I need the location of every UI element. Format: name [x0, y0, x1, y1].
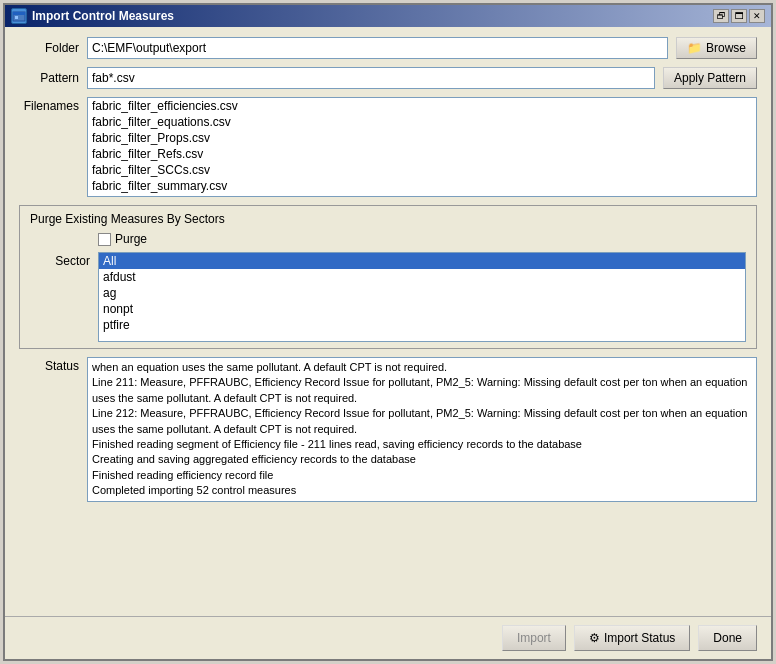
restore-button[interactable]: 🗗 — [713, 9, 729, 23]
status-label: Status — [19, 357, 79, 373]
list-item[interactable]: fabric_filter_Props.csv — [88, 130, 756, 146]
maximize-button[interactable]: 🗖 — [731, 9, 747, 23]
list-item[interactable]: fabric_filter_summary.csv — [88, 178, 756, 194]
status-line: Creating and saving aggregated efficienc… — [92, 452, 752, 467]
import-button[interactable]: Import — [502, 625, 566, 651]
title-controls: 🗗 🗖 ✕ — [713, 9, 765, 23]
browse-icon: 📁 — [687, 41, 702, 55]
folder-input[interactable] — [87, 37, 668, 59]
pattern-row: Pattern Apply Pattern — [19, 67, 757, 89]
sector-label: Sector — [30, 252, 90, 268]
close-button[interactable]: ✕ — [749, 9, 765, 23]
list-item[interactable]: ag — [99, 285, 745, 301]
list-item[interactable]: All — [99, 253, 745, 269]
sector-row: Sector Allafdustagnonptptfire — [30, 252, 746, 342]
title-bar: Import Control Measures 🗗 🗖 ✕ — [5, 5, 771, 27]
pattern-label: Pattern — [19, 71, 79, 85]
status-line: when an equation uses the same pollutant… — [92, 360, 752, 375]
status-line: Completed importing 52 control measures — [92, 483, 752, 498]
svg-rect-2 — [15, 16, 18, 19]
list-item[interactable]: fabric_filter_efficiencies.csv — [88, 98, 756, 114]
title-bar-left: Import Control Measures — [11, 8, 174, 24]
pattern-input[interactable] — [87, 67, 655, 89]
purge-section-title: Purge Existing Measures By Sectors — [30, 212, 746, 226]
footer: Import ⚙ Import Status Done — [5, 616, 771, 659]
done-button[interactable]: Done — [698, 625, 757, 651]
import-status-icon: ⚙ — [589, 631, 600, 645]
filenames-label: Filenames — [19, 97, 79, 113]
import-label: Import — [517, 631, 551, 645]
filenames-listbox[interactable]: fabric_filter_efficiencies.csvfabric_fil… — [87, 97, 757, 197]
status-line: Line 212: Measure, PFFRAUBC, Efficiency … — [92, 406, 752, 437]
main-window: Import Control Measures 🗗 🗖 ✕ Folder 📁 B… — [3, 3, 773, 661]
purge-row: Purge — [98, 232, 746, 246]
status-section: Status when an equation uses the same po… — [19, 357, 757, 606]
list-item[interactable]: nonpt — [99, 301, 745, 317]
list-item[interactable]: afdust — [99, 269, 745, 285]
content-area: Folder 📁 Browse Pattern Apply Pattern Fi… — [5, 27, 771, 616]
import-status-label: Import Status — [604, 631, 675, 645]
done-label: Done — [713, 631, 742, 645]
list-item[interactable]: fabric_filter_SCCs.csv — [88, 162, 756, 178]
status-textbox: when an equation uses the same pollutant… — [87, 357, 757, 502]
list-item[interactable]: fabric_filter_equations.csv — [88, 114, 756, 130]
folder-row: Folder 📁 Browse — [19, 37, 757, 59]
window-title: Import Control Measures — [32, 9, 174, 23]
status-line: Finished reading efficiency record file — [92, 468, 752, 483]
list-item[interactable]: ptfire — [99, 317, 745, 333]
browse-button[interactable]: 📁 Browse — [676, 37, 757, 59]
status-line: Finished reading segment of Efficiency f… — [92, 437, 752, 452]
filenames-row: Filenames fabric_filter_efficiencies.csv… — [19, 97, 757, 197]
apply-pattern-button[interactable]: Apply Pattern — [663, 67, 757, 89]
import-status-button[interactable]: ⚙ Import Status — [574, 625, 690, 651]
window-icon — [11, 8, 27, 24]
apply-pattern-label: Apply Pattern — [674, 71, 746, 85]
folder-label: Folder — [19, 41, 79, 55]
purge-section: Purge Existing Measures By Sectors Purge… — [19, 205, 757, 349]
svg-rect-1 — [13, 12, 25, 15]
status-line: Line 211: Measure, PFFRAUBC, Efficiency … — [92, 375, 752, 406]
sector-listbox[interactable]: Allafdustagnonptptfire — [98, 252, 746, 342]
list-item[interactable]: fabric_filter_Refs.csv — [88, 146, 756, 162]
browse-label: Browse — [706, 41, 746, 55]
purge-label: Purge — [115, 232, 147, 246]
purge-checkbox[interactable] — [98, 233, 111, 246]
